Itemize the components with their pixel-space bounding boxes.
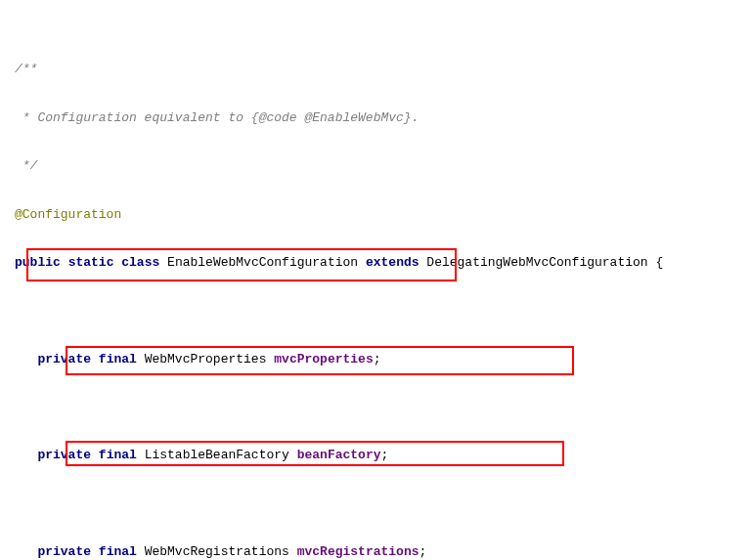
field-line-highlighted: private final WebMvcRegistrations mvcReg… (15, 540, 736, 560)
blank-line (15, 299, 736, 323)
comment-line: */ (15, 154, 736, 179)
annotation-line: @Configuration (15, 203, 736, 228)
comment-line: /** (15, 58, 736, 82)
class-decl-line: public static class EnableWebMvcConfigur… (15, 251, 736, 276)
field-line: private final ListableBeanFactory beanFa… (15, 444, 736, 468)
blank-line (15, 493, 736, 517)
code-block: /** * Configuration equivalent to {@code… (15, 10, 736, 560)
field-line: private final WebMvcProperties mvcProper… (15, 348, 736, 372)
blank-line (15, 396, 736, 420)
comment-line: * Configuration equivalent to {@code @En… (15, 107, 736, 131)
